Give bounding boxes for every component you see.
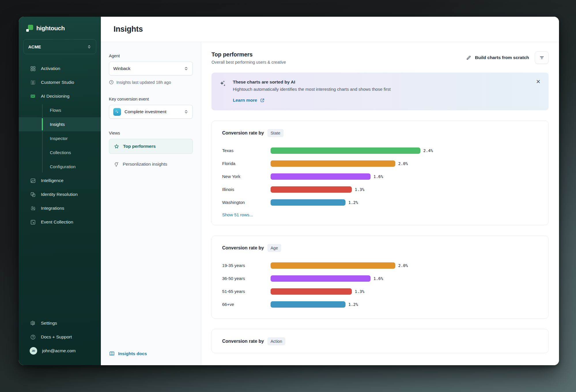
key-event-select[interactable]: Complete investment (109, 105, 193, 119)
right-column: Insights Agent Winback Insights last upd… (101, 17, 559, 365)
bar-row: 66+ve1.2% (222, 298, 538, 311)
view-personalization-insights[interactable]: Personlization insights (109, 157, 193, 172)
chart-card-action: Conversion rate byAction (211, 329, 549, 353)
sidebar-item-insights[interactable]: Insights (19, 117, 101, 131)
sidebar-nav: ActivationCustomer StudioAI DecisioningF… (19, 62, 101, 229)
bar-row: Illinois1.3% (222, 183, 538, 196)
sidebar-item-label: Activation (41, 66, 60, 71)
view-top-performers-label: Top performers (123, 144, 156, 149)
chevron-updown-icon (87, 45, 91, 49)
sidebar-item-label: Docs + Support (41, 334, 72, 340)
sidebar-bottom: SettingsDocs + SupportJDjohn@acme.com (19, 316, 101, 358)
bar-category-label: 19-35 years (222, 263, 271, 268)
key-event-value: Complete investment (124, 109, 180, 114)
insights-docs-label: Insights docs (118, 351, 147, 356)
page-title: Insights (114, 25, 143, 34)
charts-list: Conversion rate byStateTexas2.4%Florida2… (211, 121, 549, 353)
sidebar: hightouch ACME ActivationCustomer Studio… (19, 17, 101, 365)
sidebar-subitem-label: Flows (50, 108, 61, 113)
bar-row: 19-35 years2.0% (222, 259, 538, 272)
bar-row: Washington1.2% (222, 196, 538, 209)
bar-value: 1.3% (355, 187, 365, 192)
chart-title: Conversion rate by (222, 245, 264, 251)
bar-category-label: 66+ve (222, 302, 271, 307)
sidebar-subitem-label: Inspector (50, 136, 68, 141)
chart-card-state: Conversion rate byStateTexas2.4%Florida2… (211, 121, 549, 225)
bar-category-label: Illinois (222, 187, 271, 192)
bar (271, 199, 345, 206)
customer-studio-icon (30, 79, 36, 86)
sidebar-subitem-label: Insights (50, 122, 65, 127)
chart-title: Conversion rate by (222, 339, 264, 344)
bar-row: New York1.6% (222, 170, 538, 183)
view-top-performers[interactable]: Top performers (109, 139, 193, 154)
sidebar-item-intelligence[interactable]: Intelligence (19, 174, 101, 188)
sidebar-item-inspector[interactable]: Inspector (19, 131, 101, 145)
user-email: john@acme.com (42, 348, 76, 353)
sidebar-item-flows[interactable]: Flows (19, 103, 101, 117)
sidebar-item-configuration[interactable]: Configuration (19, 160, 101, 174)
sidebar-item-label: Intelligence (41, 178, 63, 183)
integrations-icon (30, 205, 36, 211)
bar-value: 2.0% (398, 263, 408, 268)
sidebar-item-ai-decisioning[interactable]: AI Decisioning (19, 89, 101, 103)
conversion-event-icon (113, 108, 121, 116)
bar-rows: 19-35 years2.0%36-50 years1.6%51-65 year… (222, 259, 538, 311)
close-icon[interactable]: ✕ (536, 79, 541, 84)
chart-dimension-badge[interactable]: State (267, 129, 284, 137)
filter-button[interactable] (535, 51, 549, 64)
sidebar-item-settings[interactable]: Settings (19, 316, 101, 330)
gear-icon (30, 320, 36, 326)
bar-category-label: Washington (222, 200, 271, 205)
activation-icon (30, 65, 36, 72)
ai-decisioning-icon (30, 93, 36, 99)
build-charts-button[interactable]: Build charts from scratch (466, 55, 529, 60)
workspace-name: ACME (28, 44, 41, 49)
bar-category-label: New York (222, 174, 271, 179)
last-updated-text: Insights last updated 18h ago (116, 80, 171, 85)
key-event-label: Key conversion event (109, 97, 193, 101)
bar-value: 1.6% (373, 174, 383, 179)
sparkles-icon (219, 79, 226, 103)
banner-body: Hightouch automatically identifies the m… (233, 87, 391, 92)
sidebar-item-docs-support[interactable]: Docs + Support (19, 330, 101, 344)
sidebar-item-activation[interactable]: Activation (19, 62, 101, 75)
identity-resolution-icon (30, 191, 36, 198)
bar-value: 2.4% (423, 148, 433, 153)
lightbulb-icon (114, 162, 119, 167)
bar-row: Florida2.0% (222, 157, 538, 170)
section-subtitle: Overall best performing users & creative (211, 60, 286, 65)
workspace-selector[interactable]: ACME (23, 39, 96, 54)
learn-more-label: Learn more (233, 98, 257, 103)
section-title: Top performers (211, 51, 286, 58)
bar-row: 36-50 years1.6% (222, 272, 538, 285)
view-personalization-label: Personlization insights (123, 162, 167, 167)
sidebar-item-event-collection[interactable]: Event Collection (19, 215, 101, 229)
sidebar-subitem-label: Configuration (50, 164, 75, 169)
sidebar-item-collections[interactable]: Collections (19, 145, 101, 160)
chart-dimension-badge[interactable]: Age (267, 244, 281, 252)
agent-select[interactable]: Winback (109, 62, 193, 75)
bar (271, 186, 352, 193)
bar-value: 1.3% (355, 289, 365, 294)
user-account[interactable]: JDjohn@acme.com (19, 344, 101, 358)
chart-dimension-badge[interactable]: Action (267, 337, 285, 345)
sidebar-item-customer-studio[interactable]: Customer Studio (19, 75, 101, 89)
page-header: Insights (101, 17, 559, 42)
logo-text: hightouch (36, 25, 65, 32)
sidebar-item-identity-resolution[interactable]: Identity Resolution (19, 188, 101, 201)
sidebar-item-label: AI Decisioning (41, 94, 69, 99)
learn-more-link[interactable]: Learn more (233, 98, 391, 103)
chevron-updown-icon (184, 109, 188, 114)
sidebar-item-label: Settings (41, 321, 57, 326)
sidebar-item-integrations[interactable]: Integrations (19, 201, 101, 215)
show-rows-link[interactable]: Show 51 rows... (222, 212, 253, 217)
bar-row: 51-65 years1.3% (222, 285, 538, 298)
insights-docs-link[interactable]: Insights docs (109, 351, 193, 357)
sidebar-item-label: Event Collection (41, 219, 73, 225)
star-icon (114, 144, 119, 149)
agent-label: Agent (109, 54, 193, 58)
bar-category-label: Texas (222, 148, 271, 153)
sidebar-item-label: Customer Studio (41, 80, 74, 85)
last-updated: Insights last updated 18h ago (109, 80, 193, 85)
